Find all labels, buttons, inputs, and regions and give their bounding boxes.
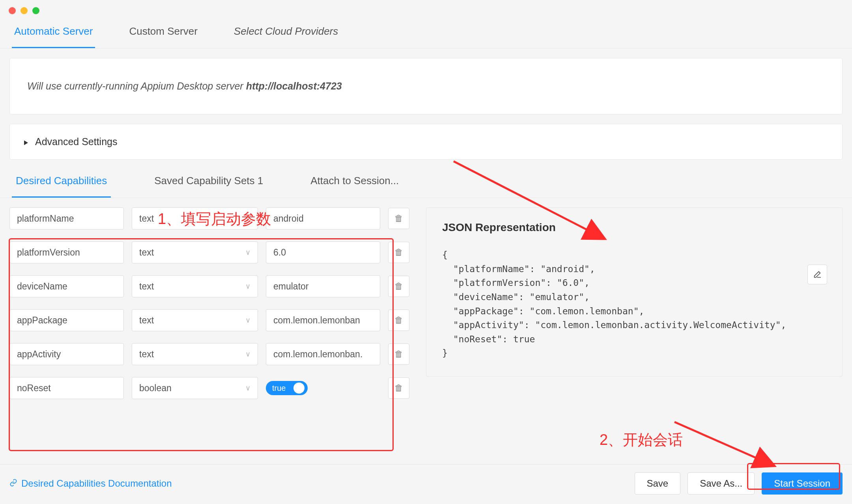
trash-icon: 🗑: [394, 315, 403, 325]
footer-buttons: Save Save As... Start Session: [635, 472, 843, 495]
cap-value-input[interactable]: emulator: [266, 275, 380, 297]
json-body: { "platformName": "android", "platformVe…: [442, 248, 826, 360]
tab-cloud-providers[interactable]: Select Cloud Providers: [232, 18, 340, 48]
delete-cap-button[interactable]: 🗑: [388, 242, 409, 263]
svg-line-1: [674, 422, 773, 465]
minimize-window-button[interactable]: [21, 7, 28, 14]
server-info-prefix: Will use currently-running Appium Deskto…: [27, 80, 246, 91]
capability-grid: platformName text∨ android 🗑 platformVer…: [9, 207, 410, 399]
zoom-window-button[interactable]: [32, 7, 39, 14]
server-tabs: Automatic Server Custom Server Select Cl…: [0, 18, 852, 49]
trash-icon: 🗑: [394, 349, 403, 359]
toggle-knob: [293, 383, 305, 394]
tab-saved-sets[interactable]: Saved Capability Sets 1: [150, 169, 267, 198]
cap-type-select[interactable]: text∨: [132, 343, 258, 365]
trash-icon: 🗑: [394, 383, 403, 393]
window-controls: [0, 0, 852, 18]
edit-json-button[interactable]: [807, 265, 827, 284]
close-window-button[interactable]: [9, 7, 16, 14]
cap-type-select[interactable]: text∨: [132, 275, 258, 297]
delete-cap-button[interactable]: 🗑: [388, 310, 409, 331]
capability-tabs: Desired Capabilities Saved Capability Se…: [0, 169, 852, 198]
cap-name-input[interactable]: platformName: [9, 207, 124, 230]
delete-cap-button[interactable]: 🗑: [388, 343, 409, 365]
app-window: Automatic Server Custom Server Select Cl…: [0, 0, 852, 504]
cap-value-input[interactable]: android: [266, 207, 380, 230]
tab-attach-session[interactable]: Attach to Session...: [306, 169, 403, 198]
tab-automatic-server[interactable]: Automatic Server: [12, 18, 95, 48]
advanced-settings-toggle[interactable]: Advanced Settings: [9, 124, 843, 160]
advanced-settings-label: Advanced Settings: [35, 136, 117, 147]
cap-type-select[interactable]: boolean∨: [132, 377, 258, 399]
json-representation-panel: JSON Representation { "platformName": "a…: [426, 207, 843, 377]
delete-cap-button[interactable]: 🗑: [388, 276, 409, 297]
chevron-down-icon: ∨: [245, 214, 250, 223]
server-info-card: Will use currently-running Appium Deskto…: [9, 58, 843, 114]
cap-value-toggle[interactable]: true: [266, 381, 308, 395]
cap-name-input[interactable]: appActivity: [9, 343, 124, 365]
server-url: http://localhost:4723: [246, 80, 342, 91]
pencil-icon: [813, 270, 822, 279]
doc-link-label: Desired Capabilities Documentation: [21, 478, 172, 489]
delete-cap-button[interactable]: 🗑: [388, 208, 409, 229]
chevron-right-icon: [24, 136, 28, 147]
cap-type-select[interactable]: text∨: [132, 309, 258, 331]
delete-cap-button[interactable]: 🗑: [388, 377, 409, 399]
trash-icon: 🗑: [394, 247, 403, 258]
cap-type-select[interactable]: text∨: [132, 241, 258, 263]
cap-value-input[interactable]: com.lemon.lemonban: [266, 309, 380, 331]
toggle-label: true: [272, 384, 286, 393]
cap-type-select[interactable]: text∨: [132, 207, 258, 230]
annotation-text-2: 2、开始会话: [600, 430, 683, 450]
tab-desired-capabilities[interactable]: Desired Capabilities: [12, 169, 111, 198]
chevron-down-icon: ∨: [245, 316, 250, 325]
cap-name-input[interactable]: platformVersion: [9, 241, 124, 263]
cap-value-input[interactable]: com.lemon.lemonban.: [266, 343, 380, 365]
cap-name-input[interactable]: appPackage: [9, 309, 124, 331]
footer-bar: Desired Capabilities Documentation Save …: [0, 464, 852, 504]
cap-name-input[interactable]: noReset: [9, 377, 124, 399]
link-icon: [9, 478, 17, 489]
save-button[interactable]: Save: [635, 472, 681, 495]
capabilities-area: platformName text∨ android 🗑 platformVer…: [0, 198, 852, 409]
trash-icon: 🗑: [394, 213, 403, 224]
start-session-button[interactable]: Start Session: [762, 472, 843, 495]
cap-name-input[interactable]: deviceName: [9, 275, 124, 297]
chevron-down-icon: ∨: [245, 350, 250, 358]
chevron-down-icon: ∨: [245, 384, 250, 392]
chevron-down-icon: ∨: [245, 248, 250, 257]
json-panel-title: JSON Representation: [442, 221, 826, 234]
save-as-button[interactable]: Save As...: [688, 472, 755, 495]
doc-link[interactable]: Desired Capabilities Documentation: [9, 478, 172, 489]
tab-custom-server[interactable]: Custom Server: [127, 18, 200, 48]
chevron-down-icon: ∨: [245, 282, 250, 291]
cap-value-input[interactable]: 6.0: [266, 241, 380, 263]
trash-icon: 🗑: [394, 281, 403, 291]
